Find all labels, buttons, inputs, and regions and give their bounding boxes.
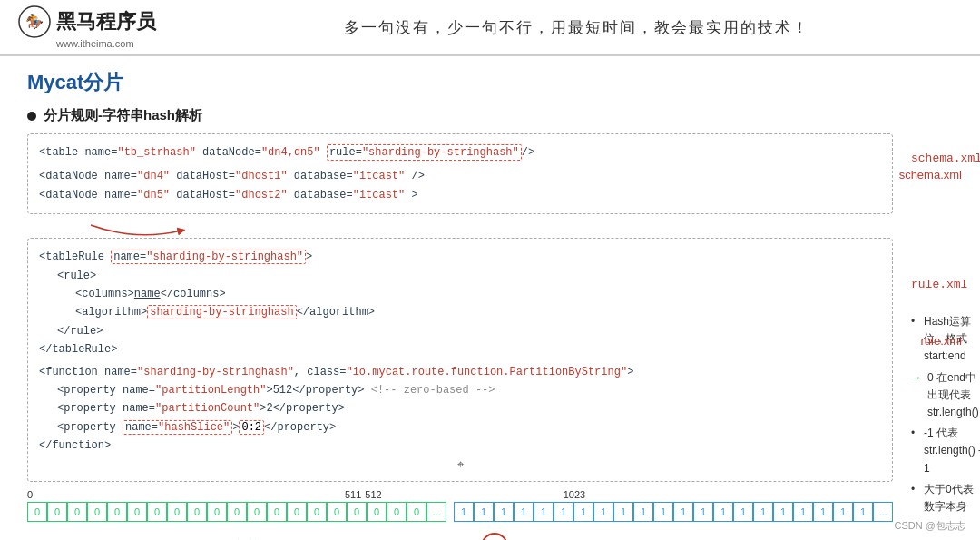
- content-area: <table name="tb_strhash" dataNode="dn4,d…: [27, 133, 953, 540]
- rule-line8: <property name="partitionLength">512</pr…: [57, 381, 881, 399]
- range1-end: 511: [345, 489, 361, 500]
- logo-title: 🏇 黑马程序员: [18, 5, 156, 38]
- blue-box-16: 1: [773, 502, 793, 522]
- logo-area: 🏇 黑马程序员 www.itheima.com: [18, 5, 163, 49]
- green-box-15: 0: [327, 502, 347, 522]
- range1-start: 0: [27, 489, 45, 500]
- blue-box-0: 1: [454, 502, 474, 522]
- rule-line11: </function>: [39, 437, 881, 455]
- blue-box-14: 1: [733, 502, 753, 522]
- green-box-9: 0: [207, 502, 227, 522]
- rule-line3: <columns>name</columns>: [75, 285, 881, 303]
- green-box-11: 0: [247, 502, 267, 522]
- green-boxes: 0 0 0 0 0 0 0 0 0 0 0 0 0 0 0: [27, 502, 446, 522]
- schema-line3: <dataNode name="dn5" dataHost="dhost2" d…: [39, 186, 881, 204]
- range2-start: 512: [365, 489, 381, 500]
- schema-region: <table name="tb_strhash" dataNode="dn4,d…: [27, 133, 893, 214]
- rule-line1: <tableRule name="sharding-by-stringhash"…: [39, 248, 881, 266]
- green-box-1: 0: [47, 502, 67, 522]
- blue-box-8: 1: [613, 502, 633, 522]
- green-box-14: 0: [307, 502, 327, 522]
- rule-line4: <algorithm>sharding-by-stringhash</algor…: [75, 303, 881, 321]
- schema-line2: <dataNode name="dn4" dataHost="dhost1" d…: [39, 167, 881, 185]
- green-box-19: 0: [407, 502, 426, 522]
- rule-line9: <property name="partitionCount">2</prope…: [57, 399, 881, 417]
- blue-box-2: 1: [494, 502, 514, 522]
- green-box-0: 0: [27, 502, 47, 522]
- blue-box-10: 1: [653, 502, 673, 522]
- green-box-10: 0: [227, 502, 247, 522]
- blue-dots: ...: [873, 502, 893, 522]
- blue-box-9: 1: [633, 502, 653, 522]
- green-box-13: 0: [287, 502, 307, 522]
- svg-text:🏇: 🏇: [25, 13, 44, 30]
- arrow-area: [27, 223, 893, 238]
- green-box-12: 0: [267, 502, 287, 522]
- curve-arrow-svg: [82, 223, 191, 238]
- flow-row: world wor hash运算: [27, 533, 893, 540]
- blue-box-13: 1: [713, 502, 733, 522]
- rule-code-box: <tableRule name="sharding-by-stringhash"…: [27, 238, 893, 482]
- blue-boxes: 1 1 1 1 1 1 1 1 1 1 1 1 1 1 1: [454, 502, 893, 522]
- range2-end: 1023: [564, 489, 585, 500]
- section-title: 分片规则-字符串hash解析: [27, 107, 953, 124]
- blue-box-3: 1: [514, 502, 534, 522]
- rule-line6: </tableRule>: [39, 340, 881, 358]
- rule-line5: </rule>: [57, 322, 881, 340]
- rule-line2: <rule>: [57, 267, 881, 285]
- note-item-1: → 0 在end中出现代表str.length(): [911, 369, 980, 422]
- boxes-section: 0 0 0 0 0 0 0 0 0 0 0 0 0 0 0: [27, 502, 893, 522]
- blue-box-19: 1: [833, 502, 853, 522]
- logo-url: www.itheima.com: [56, 38, 134, 49]
- blue-box-7: 1: [593, 502, 613, 522]
- blue-box-12: 1: [693, 502, 713, 522]
- green-box-3: 0: [87, 502, 107, 522]
- flow-result: 5: [481, 533, 508, 540]
- schema-code-box: <table name="tb_strhash" dataNode="dn4,d…: [27, 133, 893, 214]
- green-box-2: 0: [67, 502, 87, 522]
- schema-label: schema.xml: [899, 167, 962, 181]
- footer: CSDN @包志志: [895, 519, 965, 533]
- blue-box-15: 1: [753, 502, 773, 522]
- schema-line1: <table name="tb_strhash" dataNode="dn4,d…: [39, 143, 881, 162]
- cursor-indicator: ⌖: [39, 458, 881, 472]
- green-box-18: 0: [387, 502, 407, 522]
- rule-label: rule.xml: [920, 334, 962, 348]
- rule-region: <tableRule name="sharding-by-stringhash"…: [27, 238, 893, 482]
- rule-xml-right-label: rule.xml: [911, 278, 980, 291]
- header: 🏇 黑马程序员 www.itheima.com 多一句没有，少一句不行，用最短时…: [0, 0, 980, 56]
- page-title: Mycat分片: [27, 69, 953, 96]
- note-item-3: • 大于0代表数字本身: [911, 481, 980, 515]
- logo-icon: 🏇: [18, 5, 51, 38]
- rule-line10: <property name="hashSlice">0:2</property…: [57, 418, 881, 437]
- green-box-8: 0: [187, 502, 207, 522]
- green-box-16: 0: [347, 502, 367, 522]
- rule-line7: <function name="sharding-by-stringhash",…: [39, 363, 881, 381]
- blue-box-6: 1: [573, 502, 593, 522]
- green-box-6: 0: [147, 502, 167, 522]
- blue-box-11: 1: [673, 502, 693, 522]
- note-item-2: • -1 代表str.length() - 1: [911, 425, 980, 477]
- green-box-7: 0: [167, 502, 187, 522]
- green-dots: ...: [426, 502, 446, 522]
- blue-box-1: 1: [474, 502, 494, 522]
- green-box-4: 0: [107, 502, 127, 522]
- header-slogan: 多一句没有，少一句不行，用最短时间，教会最实用的技术！: [191, 17, 962, 38]
- green-box-5: 0: [127, 502, 147, 522]
- left-column: <table name="tb_strhash" dataNode="dn4,d…: [27, 133, 893, 540]
- schema-xml-right-label: schema.xml: [911, 152, 980, 165]
- bullet-icon: [27, 112, 36, 121]
- blue-box-18: 1: [813, 502, 833, 522]
- blue-box-17: 1: [793, 502, 813, 522]
- blue-box-4: 1: [534, 502, 554, 522]
- blue-box-20: 1: [853, 502, 873, 522]
- green-box-17: 0: [367, 502, 387, 522]
- diagram-area: 0 511 512 1023 0 0 0 0 0 0 0: [27, 489, 893, 540]
- spacer: [911, 180, 980, 270]
- main-content: Mycat分片 分片规则-字符串hash解析 <table name="tb_s…: [0, 56, 980, 540]
- blue-box-5: 1: [554, 502, 573, 522]
- range-labels: 0 511 512 1023: [27, 489, 893, 500]
